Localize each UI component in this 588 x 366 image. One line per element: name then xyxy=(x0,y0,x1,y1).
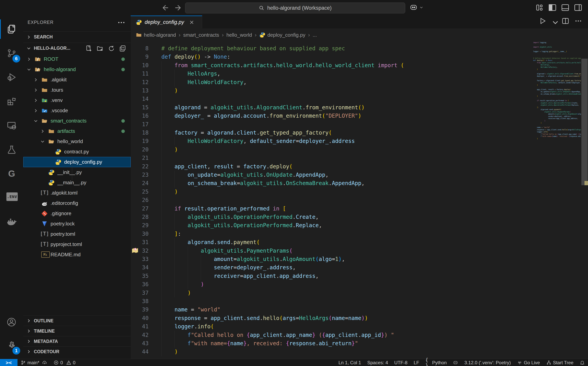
code-line-22[interactable]: 22 app_client, result = factory.deploy( xyxy=(131,162,588,171)
toggle-panel-icon[interactable] xyxy=(561,3,570,12)
code-line-26[interactable]: 26 xyxy=(131,196,588,205)
code-line-23[interactable]: 23 on_update=algokit_utils.OnUpdate.Appe… xyxy=(131,171,588,179)
code-line-39[interactable]: 39 name = "world" xyxy=(131,305,588,314)
code-line-8[interactable]: 8# define deployment behaviour based on … xyxy=(131,44,588,53)
code-line-31[interactable]: 31 algorand.send.payment( xyxy=(131,238,588,247)
activity-run-debug[interactable] xyxy=(0,65,23,89)
activity-docker[interactable] xyxy=(0,210,23,234)
code-line-14[interactable]: 14 xyxy=(131,95,588,103)
code-line-43[interactable]: 43 f"with name={name}, received: {respon… xyxy=(131,339,588,348)
activity-extensions[interactable] xyxy=(0,89,23,113)
breadcrumb-item[interactable]: hello-algorand xyxy=(136,32,176,38)
status-go-live[interactable]: Go Live xyxy=(514,359,543,366)
status-copilot-status[interactable] xyxy=(450,359,461,366)
workspace-section-header[interactable]: HELLO-ALGOR... xyxy=(23,43,131,53)
code-line-37[interactable]: 37 ) xyxy=(131,289,588,297)
status-eol[interactable]: LF xyxy=(411,359,422,366)
more-actions-icon[interactable] xyxy=(574,17,582,25)
code-line-12[interactable]: 12 HelloWorldFactory, xyxy=(131,78,588,87)
code-line-19[interactable]: 19 HelloWorldFactory, default_sender=dep… xyxy=(131,137,588,145)
tree-item-readme-md[interactable]: M↓README.md xyxy=(23,250,131,260)
code-line-41[interactable]: 41 logger.info( xyxy=(131,322,588,331)
breadcrumb-item[interactable]: hello_world xyxy=(226,32,252,38)
tree-item-hello-algorand[interactable]: hello-algorand xyxy=(23,64,131,75)
code-line-36[interactable]: 36 ) xyxy=(131,280,588,289)
code-line-38[interactable]: 38 xyxy=(131,297,588,306)
status-cursor-position[interactable]: Ln 1, Col 1 xyxy=(335,359,364,366)
code-line-42[interactable]: 42 f"Called hello on {app_client.app_nam… xyxy=(131,331,588,339)
tree-item-deploy-config-py[interactable]: deploy_config.py xyxy=(23,157,131,167)
search-section-header[interactable]: SEARCH xyxy=(23,31,131,42)
tree-item-algokit-toml[interactable]: [T].algokit.toml xyxy=(23,188,131,198)
tree-item-root[interactable]: ROOT xyxy=(23,54,131,64)
copilot-menu[interactable] xyxy=(409,3,423,12)
section-codetour[interactable]: CODETOUR xyxy=(23,346,131,357)
activity-dotenv[interactable]: .ENV xyxy=(0,186,23,210)
collapse-all-icon[interactable] xyxy=(119,45,126,52)
run-icon[interactable] xyxy=(539,17,546,25)
code-line-16[interactable]: 16 deployer_ = algorand.account.from_env… xyxy=(131,112,588,120)
status-notifications[interactable] xyxy=(577,359,588,366)
code-line-27[interactable]: 27 if result.operation_performed in [ xyxy=(131,205,588,213)
scrollbar[interactable] xyxy=(581,42,588,359)
minimap[interactable]: import logging import algokit_utils logg… xyxy=(533,42,581,359)
status-encoding[interactable]: UTF-8 xyxy=(391,359,411,366)
section-metadata[interactable]: METADATA xyxy=(23,336,131,346)
activity-gitlens[interactable]: G xyxy=(0,161,23,186)
command-center-search[interactable]: hello-algorand (Workspace) xyxy=(185,2,405,13)
close-icon[interactable] xyxy=(189,19,195,25)
tree-item-vscode[interactable]: .vscode xyxy=(23,106,131,116)
code-line-24[interactable]: 24 on_schema_break=algokit_utils.OnSchem… xyxy=(131,179,588,188)
breadcrumb-item[interactable]: deploy_config.py xyxy=(259,32,305,38)
code-line-44[interactable]: 44 ) xyxy=(131,348,588,356)
code-line-17[interactable]: 17 xyxy=(131,120,588,129)
tree-item-init-py[interactable]: __init__.py xyxy=(23,167,131,177)
scrollbar-thumb[interactable] xyxy=(581,59,588,185)
code-line-9[interactable]: 9def deploy() -> None: xyxy=(131,53,588,61)
code-line-29[interactable]: 29 algokit_utils.OperationPerformed.Repl… xyxy=(131,221,588,230)
code-line-35[interactable]: 35 receiver=app_client.app_address, xyxy=(131,272,588,280)
split-editor-icon[interactable] xyxy=(562,17,569,25)
breadcrumb-item[interactable]: ... xyxy=(313,32,317,38)
status-start-tree[interactable]: Start Tree xyxy=(543,359,577,366)
code-line-20[interactable]: 20 ) xyxy=(131,145,588,154)
code-line-13[interactable]: 13 ) xyxy=(131,86,588,95)
forward-arrow-icon[interactable] xyxy=(174,3,183,12)
breadcrumb-item[interactable]: smart_contracts xyxy=(183,32,219,38)
tree-item-gitignore[interactable]: .gitignore xyxy=(23,208,131,219)
tree-item-tours[interactable]: .tours xyxy=(23,85,131,95)
code-line-21[interactable]: 21 xyxy=(131,154,588,162)
tree-item-artifacts[interactable]: artifacts xyxy=(23,126,131,136)
remote-indicator[interactable]: >< xyxy=(0,359,17,366)
activity-accounts[interactable] xyxy=(0,310,23,334)
section-outline[interactable]: OUTLINE xyxy=(23,315,131,326)
code-line-32[interactable]: 32 algokit_utils.PaymentParams( xyxy=(131,247,588,255)
code-line-18[interactable]: 18 factory = algorand.client.get_typed_a… xyxy=(131,129,588,137)
toggle-sidebar-icon[interactable] xyxy=(548,3,557,12)
tree-item-contract-py[interactable]: contract.py xyxy=(23,147,131,157)
activity-testing[interactable] xyxy=(0,137,23,161)
code-line-15[interactable]: 15 algorand = algokit_utils.AlgorandClie… xyxy=(131,103,588,112)
ellipsis-icon[interactable] xyxy=(117,18,126,27)
status-python-interpreter[interactable]: 3.12.0 ('.venv': Poetry) xyxy=(461,359,514,366)
back-arrow-icon[interactable] xyxy=(161,3,169,12)
activity-settings[interactable]: 1 xyxy=(0,333,23,357)
status-indentation[interactable]: Spaces: 4 xyxy=(364,359,391,366)
code-line-11[interactable]: 11 HelloArgs, xyxy=(131,69,588,78)
tree-item-editorconfig[interactable]: .editorconfig xyxy=(23,198,131,208)
activity-explorer[interactable] xyxy=(0,17,23,41)
code-line-30[interactable]: 30 ]: xyxy=(131,230,588,238)
code-line-33[interactable]: 33 amount=algokit_utils.AlgoAmount(algo=… xyxy=(131,255,588,263)
tab-deploy-config[interactable]: deploy_config.py xyxy=(131,15,202,28)
activity-remote-explorer[interactable] xyxy=(0,113,23,137)
code-line-10[interactable]: 10 from smart_contracts.artifacts.hello_… xyxy=(131,61,588,70)
new-file-icon[interactable] xyxy=(85,45,93,52)
tree-item-main-py[interactable]: __main__.py xyxy=(23,177,131,188)
code-line-40[interactable]: 40 response = app_client.send.hello(args… xyxy=(131,314,588,322)
git-branch-status[interactable]: main* xyxy=(17,359,50,366)
new-folder-icon[interactable] xyxy=(96,45,104,52)
chevron-down-icon[interactable] xyxy=(551,18,556,23)
code-editor[interactable]: 8# define deployment behaviour based on … xyxy=(131,42,588,359)
activity-source-control[interactable]: 6 xyxy=(0,41,23,65)
tree-item-poetry-lock[interactable]: poetry.lock xyxy=(23,219,131,229)
